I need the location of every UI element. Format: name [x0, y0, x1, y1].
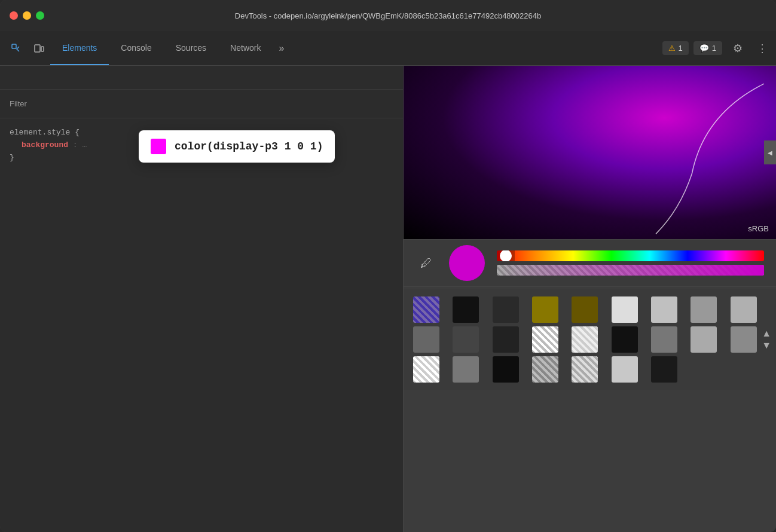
swatch-item[interactable] — [413, 296, 439, 323]
css-property: background — [22, 140, 68, 149]
alpha-overlay — [497, 265, 764, 276]
current-color-circle — [449, 245, 485, 281]
info-badge[interactable]: 💬 1 — [693, 41, 722, 55]
swatch-item[interactable] — [572, 356, 598, 383]
swatch-item[interactable] — [453, 326, 479, 353]
chat-icon: 💬 — [699, 44, 709, 53]
swatch-item[interactable] — [612, 326, 638, 353]
swatch-item[interactable] — [493, 356, 519, 383]
tab-sources[interactable]: Sources — [164, 31, 218, 65]
swatch-item[interactable] — [691, 296, 717, 323]
right-panel: ◀ sRGB 🖊 — [404, 66, 776, 532]
controls-row: 🖊 — [404, 239, 776, 287]
swatch-item[interactable] — [651, 356, 677, 383]
tooltip-color-value: color(display-p3 1 0 1) — [175, 140, 323, 152]
warning-icon: ⚠ — [668, 44, 676, 53]
swatch-item[interactable] — [651, 296, 677, 323]
scroll-up-icon[interactable]: ▲ — [762, 328, 771, 339]
swatch-item[interactable] — [532, 326, 558, 353]
swatch-item[interactable] — [612, 356, 638, 383]
tab-network[interactable]: Network — [218, 31, 273, 65]
device-icon-btn[interactable] — [28, 31, 50, 65]
swatch-item[interactable] — [453, 296, 479, 323]
panel-top-strip — [0, 66, 403, 90]
eyedropper-icon: 🖊 — [420, 256, 432, 270]
badge-area: ⚠ 1 💬 1 ⚙ ⋮ — [662, 31, 771, 65]
swatch-item[interactable] — [413, 356, 439, 383]
tab-elements[interactable]: Elements — [50, 31, 109, 65]
main-content: Filter element.style { background : … } … — [0, 66, 776, 532]
devtools-window: DevTools - codepen.io/argyleink/pen/QWBg… — [0, 0, 776, 532]
info-count: 1 — [712, 44, 716, 53]
svg-rect-0 — [12, 44, 16, 48]
hue-toggle-circle — [500, 250, 512, 261]
warning-badge[interactable]: ⚠ 1 — [662, 41, 689, 55]
swatch-item[interactable] — [651, 326, 677, 353]
hue-toggle[interactable] — [497, 250, 515, 261]
title-bar: DevTools - codepen.io/argyleink/pen/QWBg… — [0, 0, 776, 31]
tabs-bar: Elements Console Sources Network » ⚠ 1 💬… — [0, 31, 776, 66]
minimize-button[interactable] — [23, 11, 31, 20]
srgb-label: sRGB — [748, 224, 769, 233]
swatch-item[interactable] — [691, 326, 717, 353]
window-title: DevTools - codepen.io/argyleink/pen/QWBg… — [235, 11, 541, 20]
collapse-panel-button[interactable]: ◀ — [764, 140, 776, 164]
swatches-scroll-buttons[interactable]: ▲ ▼ — [762, 328, 771, 351]
eyedropper-button[interactable]: 🖊 — [416, 252, 437, 274]
warning-count: 1 — [679, 44, 683, 53]
color-tooltip-popup: color(display-p3 1 0 1) — [139, 130, 335, 163]
swatch-item[interactable] — [453, 356, 479, 383]
swatches-grid — [413, 296, 766, 383]
ellipsis-icon: ⋮ — [757, 42, 768, 55]
maximize-button[interactable] — [36, 11, 44, 20]
color-gradient-preview[interactable]: ◀ sRGB — [404, 66, 776, 239]
tooltip-color-swatch[interactable] — [151, 139, 166, 154]
alpha-slider[interactable] — [497, 265, 764, 276]
chevron-left-icon: ◀ — [768, 149, 772, 156]
svg-rect-1 — [35, 45, 40, 52]
swatch-item[interactable] — [572, 296, 598, 323]
gamut-curve — [404, 66, 776, 239]
more-options-button[interactable]: ⋮ — [753, 42, 771, 55]
settings-button[interactable]: ⚙ — [727, 42, 748, 55]
swatch-item[interactable] — [572, 326, 598, 353]
tab-console[interactable]: Console — [109, 31, 163, 65]
swatch-item[interactable] — [731, 296, 757, 323]
filter-label: Filter — [10, 99, 27, 108]
swatch-item[interactable] — [731, 326, 757, 353]
filter-bar: Filter — [0, 90, 403, 118]
gear-icon: ⚙ — [733, 42, 743, 55]
swatch-item[interactable] — [532, 296, 558, 323]
swatch-item[interactable] — [493, 296, 519, 323]
hue-slider[interactable] — [497, 250, 764, 261]
swatch-item[interactable] — [493, 326, 519, 353]
inspector-icon-btn[interactable] — [5, 31, 28, 65]
traffic-lights — [10, 11, 44, 20]
swatch-item[interactable] — [612, 296, 638, 323]
swatch-item[interactable] — [532, 356, 558, 383]
swatches-area: ▲ ▼ — [404, 289, 776, 390]
close-button[interactable] — [10, 11, 18, 20]
left-panel: Filter element.style { background : … } … — [0, 66, 404, 532]
swatch-item[interactable] — [413, 326, 439, 353]
sliders-area — [497, 250, 764, 276]
scroll-down-icon[interactable]: ▼ — [762, 340, 771, 351]
svg-rect-2 — [41, 47, 44, 51]
more-tabs-button[interactable]: » — [273, 31, 290, 65]
